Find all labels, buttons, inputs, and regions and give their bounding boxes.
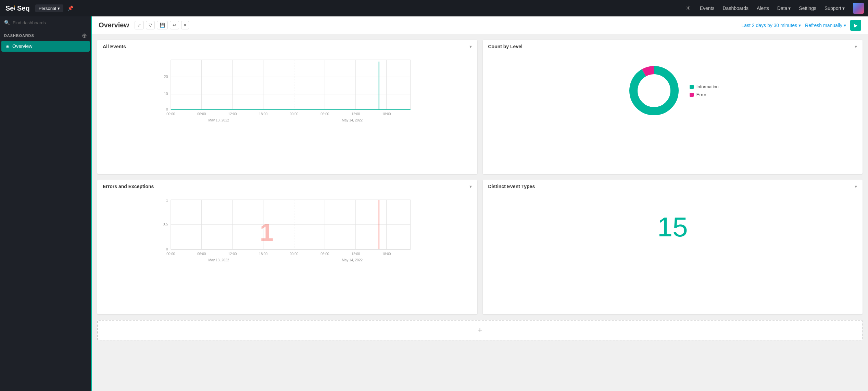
sidebar-item-overview[interactable]: ⊞ Overview — [1, 41, 90, 52]
distinct-event-types-value: 15 — [657, 211, 688, 243]
donut-legend: Information Error — [690, 84, 719, 97]
panel-chevron-icon[interactable]: ▾ — [855, 44, 857, 49]
page-title: Overview — [99, 21, 129, 29]
play-button[interactable]: ▶ — [850, 20, 861, 31]
settings-sun-icon[interactable]: ☀ — [685, 4, 691, 12]
count-by-level-body: Information Error — [483, 52, 863, 174]
header-toolbar: ⤢ ▽ 💾 ↩ ▾ — [135, 21, 189, 29]
save-button[interactable]: 💾 — [157, 21, 168, 29]
refresh-label: Refresh manually — [805, 23, 842, 28]
search-icon: 🔍 — [4, 20, 10, 25]
svg-text:18:00: 18:00 — [259, 112, 267, 116]
dropdown-icon: ▾ — [184, 23, 186, 28]
section-label: DASHBOARDS — [4, 34, 34, 38]
errors-exceptions-header: Errors and Exceptions ▾ — [97, 180, 477, 192]
main-layout: 🔍 DASHBOARDS ⊕ ⊞ Overview Overview ⤢ ▽ — [0, 16, 868, 391]
all-events-body: 0 10 20 00:00 06:00 12:00 18:00 — [97, 52, 477, 174]
chevron-down-icon: ▾ — [788, 5, 791, 11]
svg-text:0.5: 0.5 — [163, 222, 168, 226]
avatar[interactable] — [853, 3, 864, 14]
svg-text:May 14, 2022: May 14, 2022 — [342, 258, 363, 262]
svg-text:0: 0 — [166, 247, 168, 251]
donut-chart-container: Information Error — [488, 56, 857, 125]
svg-text:12:00: 12:00 — [351, 252, 360, 256]
svg-text:Seq: Seq — [5, 4, 15, 12]
sidebar-item-label: Overview — [12, 43, 32, 49]
donut-chart — [627, 63, 681, 118]
sidebar-search-area: 🔍 — [0, 16, 91, 29]
pin-icon[interactable]: 📌 — [67, 5, 73, 11]
dashboard-grid: All Events ▾ — [92, 34, 868, 391]
logo-text: Seq — [17, 4, 30, 12]
expand-icon: ⤢ — [137, 23, 141, 28]
nav-links: Events Dashboards Alerts Data ▾ Settings… — [696, 3, 848, 13]
chevron-down-icon: ▾ — [58, 6, 60, 11]
add-panel-button[interactable]: + — [97, 320, 863, 340]
refresh-button[interactable]: Refresh manually ▾ — [805, 23, 846, 28]
legend-information: Information — [690, 84, 719, 89]
svg-text:May 13, 2022: May 13, 2022 — [208, 258, 229, 262]
count-by-level-panel: Count by Level ▾ — [483, 40, 863, 174]
errors-exceptions-body: 0 0.5 1 00:00 06:00 12:00 18:00 — [97, 192, 477, 314]
filter-icon: ▽ — [149, 23, 152, 28]
personal-label: Personal — [39, 6, 56, 11]
expand-button[interactable]: ⤢ — [135, 21, 144, 29]
chevron-down-icon: ▾ — [842, 5, 845, 11]
nav-data[interactable]: Data ▾ — [774, 3, 794, 13]
svg-text:1: 1 — [260, 219, 274, 246]
save-icon: 💾 — [160, 23, 165, 28]
count-by-level-header: Count by Level ▾ — [483, 40, 863, 52]
personal-button[interactable]: Personal ▾ — [35, 4, 63, 12]
svg-text:12:00: 12:00 — [228, 112, 237, 116]
information-label: Information — [696, 84, 719, 89]
nav-settings[interactable]: Settings — [795, 3, 820, 13]
information-color-dot — [690, 85, 694, 89]
errors-exceptions-panel: Errors and Exceptions ▾ — [97, 180, 477, 314]
svg-text:06:00: 06:00 — [197, 112, 206, 116]
time-range-button[interactable]: Last 2 days by 30 minutes ▾ — [741, 23, 801, 28]
svg-text:May 13, 2022: May 13, 2022 — [208, 118, 229, 122]
chevron-down-icon: ▾ — [844, 23, 846, 28]
nav-events[interactable]: Events — [696, 3, 718, 13]
search-input[interactable] — [13, 20, 87, 25]
svg-point-33 — [638, 75, 670, 106]
errors-chart: 0 0.5 1 00:00 06:00 12:00 18:00 — [103, 196, 472, 265]
panel-chevron-icon[interactable]: ▾ — [855, 184, 857, 189]
svg-text:00:00: 00:00 — [166, 252, 175, 256]
undo-icon: ↩ — [173, 23, 176, 28]
nav-dashboards[interactable]: Dashboards — [719, 3, 752, 13]
svg-text:0: 0 — [166, 107, 168, 111]
nav-support-label: Support — [825, 5, 841, 11]
errors-exceptions-title: Errors and Exceptions — [103, 184, 154, 189]
panel-chevron-icon[interactable]: ▾ — [469, 44, 472, 49]
filter-button[interactable]: ▽ — [146, 21, 155, 29]
big-number-container: 15 — [488, 196, 857, 258]
add-dashboard-button[interactable]: ⊕ — [82, 32, 87, 39]
count-by-level-title: Count by Level — [488, 44, 523, 49]
content-header: Overview ⤢ ▽ 💾 ↩ ▾ Last — [92, 16, 868, 34]
svg-text:May 14, 2022: May 14, 2022 — [342, 118, 363, 122]
play-icon: ▶ — [854, 23, 858, 28]
nav-alerts[interactable]: Alerts — [753, 3, 772, 13]
time-range-label: Last 2 days by 30 minutes — [741, 23, 797, 28]
topnav: Seq Seq Personal ▾ 📌 ☀ Events Dashboards… — [0, 0, 868, 16]
svg-text:00:00: 00:00 — [290, 112, 298, 116]
svg-text:12:00: 12:00 — [228, 252, 237, 256]
svg-text:00:00: 00:00 — [166, 112, 175, 116]
panel-chevron-icon[interactable]: ▾ — [469, 184, 472, 189]
svg-text:06:00: 06:00 — [320, 112, 329, 116]
main-content: Overview ⤢ ▽ 💾 ↩ ▾ Last — [92, 16, 868, 391]
app-logo[interactable]: Seq Seq — [4, 3, 30, 14]
error-color-dot — [690, 93, 694, 97]
distinct-event-types-header: Distinct Event Types ▾ — [483, 180, 863, 192]
svg-text:18:00: 18:00 — [259, 252, 267, 256]
nav-support[interactable]: Support ▾ — [821, 3, 848, 13]
svg-text:20: 20 — [164, 75, 168, 79]
undo-button[interactable]: ↩ — [170, 21, 179, 29]
svg-text:10: 10 — [164, 92, 168, 96]
svg-text:1: 1 — [166, 198, 168, 202]
dashboards-section-header: DASHBOARDS ⊕ — [0, 29, 91, 41]
add-panel-icon: + — [477, 325, 482, 335]
grid-icon: ⊞ — [5, 43, 10, 49]
more-button[interactable]: ▾ — [181, 21, 189, 29]
